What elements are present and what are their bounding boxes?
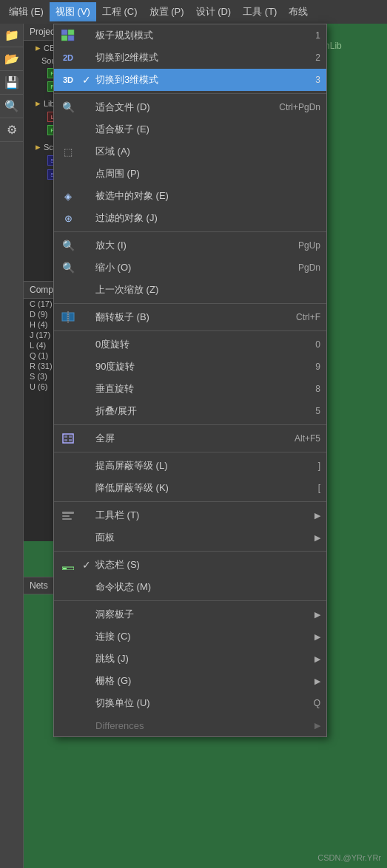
menu-item-fit-doc[interactable]: 🔍 适合文件 (D) Ctrl+PgDn [54, 96, 326, 118]
board-planning-shortcut: 1 [315, 30, 320, 41]
switch-3d-shortcut: 3 [315, 75, 320, 85]
grid-arrow-icon: ▶ [314, 677, 320, 686]
status-bar-label: 状态栏 (S) [95, 558, 306, 572]
switch-unit-label: 切换单位 (U) [95, 696, 299, 710]
menu-item-switch-3d[interactable]: 3D ✓ 切换到3维模式 3 [54, 69, 326, 91]
jump-label: 跳线 (J) [95, 652, 297, 665]
menu-item-flip-board[interactable]: 翻转板子 (B) Ctrl+F [54, 306, 326, 328]
menu-item-rotate-90[interactable]: 90度旋转 9 [54, 356, 326, 378]
svg-rect-12 [62, 512, 74, 514]
explore-icon [60, 607, 76, 622]
divider-8 [54, 551, 326, 552]
svg-rect-2 [61, 35, 67, 41]
divider-6 [54, 452, 326, 452]
svg-rect-1 [68, 30, 74, 35]
menu-edit[interactable]: 编辑 (E) [3, 2, 50, 21]
menu-item-fit-board[interactable]: 适合板子 (E) [54, 118, 326, 140]
svg-rect-3 [68, 35, 74, 41]
menu-view[interactable]: 视图 (V) [50, 2, 96, 21]
toolbar-btn-open[interactable]: 📂 [0, 47, 24, 71]
svg-rect-10 [64, 439, 67, 441]
menu-item-cmd-status[interactable]: 命令状态 (M) [54, 576, 326, 598]
nets-title: Nets [30, 580, 48, 591]
raise-layer-icon [60, 458, 76, 473]
menu-item-surroundings[interactable]: 点周围 (P) [54, 163, 326, 185]
menu-project[interactable]: 工程 (C) [96, 2, 144, 21]
toolbar-arrow-icon: ▶ [314, 511, 320, 521]
menu-item-rotate-v[interactable]: 垂直旋转 8 [54, 378, 326, 400]
menu-item-lower-layer[interactable]: 降低屏蔽等级 (K) [ [54, 477, 326, 499]
menu-item-toolbar[interactable]: 工具栏 (T) ▶ [54, 504, 326, 526]
grid-menu-icon [60, 674, 76, 688]
fold-label: 折叠/展开 [95, 404, 300, 418]
filter-icon: ⊛ [60, 211, 76, 226]
menu-item-board-planning[interactable]: 板子规划模式 1 [54, 24, 326, 47]
menu-item-last-zoom[interactable]: 上一次缩放 (Z) [54, 279, 326, 301]
filtered-label: 过滤的对象 (J) [95, 211, 306, 225]
switch-2d-label: 切换到2维模式 [95, 51, 300, 64]
menu-design[interactable]: 设计 (D) [190, 2, 238, 21]
rotate-90-shortcut: 9 [315, 362, 320, 372]
zoom-out-shortcut: PgDn [298, 262, 320, 273]
flip-label: 翻转板子 (B) [95, 311, 281, 324]
menu-item-differences[interactable]: Differences ▶ [54, 714, 326, 736]
toolbar-icon [60, 508, 76, 523]
3d-icon: 3D [60, 72, 76, 87]
menu-place[interactable]: 放置 (P) [144, 2, 190, 21]
lower-label: 降低屏蔽等级 (K) [95, 481, 303, 495]
connect-icon [60, 629, 76, 644]
menu-item-switch-unit[interactable]: 切换单位 (U) Q [54, 692, 326, 714]
connect-label: 连接 (C) [95, 630, 297, 643]
toolbar-btn-folder[interactable]: 📁 [0, 24, 24, 47]
menu-item-area[interactable]: ⬚ 区域 (A) [54, 140, 326, 163]
2d-icon: 2D [60, 50, 76, 65]
folder-icon: ▸ [36, 42, 41, 53]
menu-tools[interactable]: 工具 (T) [237, 2, 283, 21]
fit-doc-shortcut: Ctrl+PgDn [279, 102, 320, 112]
rotate-90-label: 90度旋转 [95, 360, 300, 373]
menu-item-selected-obj[interactable]: ◈ 被选中的对象 (E) [54, 185, 326, 207]
rotate-v-label: 垂直旋转 [95, 382, 300, 396]
switch-unit-shortcut: Q [314, 698, 320, 708]
flip-shortcut: Ctrl+F [296, 312, 320, 322]
toolbar-btn-save[interactable]: 💾 [0, 71, 24, 95]
differences-label: Differences [95, 720, 297, 731]
menu-item-panel[interactable]: 面板 ▶ [54, 526, 326, 549]
menu-item-zoom-in[interactable]: 🔍 放大 (I) PgUp [54, 234, 326, 257]
menu-item-zoom-out[interactable]: 🔍 缩小 (O) PgDn [54, 257, 326, 279]
menu-item-raise-layer[interactable]: 提高屏蔽等级 (L) ] [54, 455, 326, 477]
menu-item-fold[interactable]: 折叠/展开 5 [54, 400, 326, 422]
menu-item-filtered-obj[interactable]: ⊛ 过滤的对象 (J) [54, 207, 326, 229]
watermark-label: CSDN.@YRr.YRr [317, 853, 381, 862]
menu-route[interactable]: 布线 [283, 2, 314, 21]
menu-item-rotate-0[interactable]: 0度旋转 0 [54, 333, 326, 356]
divider-1 [54, 93, 326, 94]
flip-board-icon [60, 310, 76, 325]
explore-label: 洞察板子 [95, 608, 297, 621]
differences-icon [60, 718, 76, 733]
fullscreen-label: 全屏 [95, 432, 280, 445]
cmd-status-label: 命令状态 (M) [95, 580, 306, 594]
rotate-0-label: 0度旋转 [95, 338, 300, 351]
menu-item-fullscreen[interactable]: 全屏 Alt+F5 [54, 427, 326, 450]
surround-icon [60, 166, 76, 181]
toolbar-btn-settings[interactable]: ⚙ [0, 118, 24, 142]
board-planning-label: 板子规划模式 [95, 29, 300, 42]
svg-rect-14 [62, 518, 72, 520]
surround-label: 点周围 (P) [95, 167, 306, 180]
svg-rect-5 [69, 313, 74, 321]
rotate-v-icon [60, 382, 76, 396]
menu-item-switch-2d[interactable]: 2D 切换到2维模式 2 [54, 47, 326, 69]
toolbar-btn-search[interactable]: 🔍 [0, 95, 24, 118]
menu-item-grid[interactable]: 栅格 (G) ▶ [54, 670, 326, 692]
rotate-v-shortcut: 8 [315, 384, 320, 394]
svg-rect-11 [69, 439, 72, 441]
menu-item-status-bar[interactable]: ✓ 状态栏 (S) [54, 554, 326, 576]
zoom-in-icon: 🔍 [60, 238, 76, 253]
rotate-0-icon [60, 337, 76, 352]
svg-rect-13 [62, 515, 70, 517]
menu-item-connect[interactable]: 连接 (C) ▶ [54, 625, 326, 648]
last-zoom-label: 上一次缩放 (Z) [95, 283, 306, 296]
menu-item-jump[interactable]: 跳线 (J) ▶ [54, 648, 326, 670]
menu-item-explore-board[interactable]: 洞察板子 ▶ [54, 603, 326, 625]
